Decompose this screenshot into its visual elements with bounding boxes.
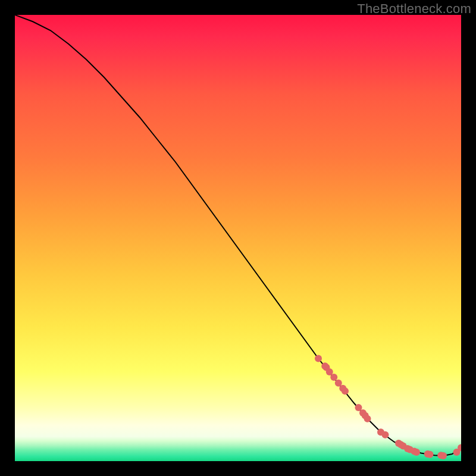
- marker-dot: [440, 452, 447, 459]
- chart-svg: [15, 15, 461, 461]
- gradient-background: [15, 15, 461, 461]
- chart-stage: TheBottleneck.com: [0, 0, 476, 476]
- marker-dot: [342, 387, 349, 394]
- marker-dot: [427, 451, 434, 458]
- marker-dot: [364, 415, 371, 422]
- marker-dot: [382, 431, 389, 439]
- marker-dot: [330, 374, 337, 381]
- marker-dot: [315, 355, 322, 362]
- marker-dot: [413, 449, 420, 456]
- chart-plot: [15, 15, 461, 461]
- watermark-text: TheBottleneck.com: [357, 1, 471, 17]
